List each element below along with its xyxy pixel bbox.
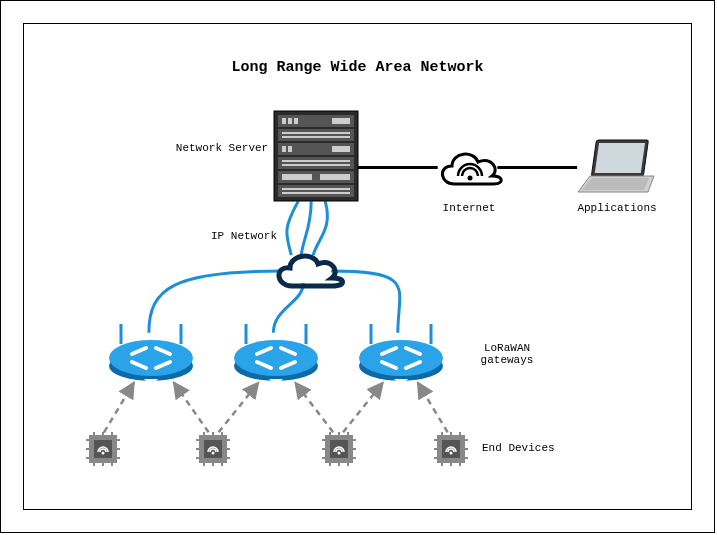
laptop-icon [572, 136, 662, 201]
svg-rect-12 [278, 157, 354, 169]
network-server-label: Network Server [172, 142, 272, 154]
svg-point-38 [109, 340, 193, 376]
gateway-2-icon [231, 324, 321, 391]
svg-rect-10 [278, 129, 354, 141]
svg-rect-29 [282, 192, 350, 194]
svg-rect-28 [282, 188, 350, 190]
svg-marker-43 [144, 379, 158, 386]
diagram-title: Long Range Wide Area Network [24, 59, 691, 76]
svg-point-94 [338, 452, 341, 455]
svg-rect-16 [288, 118, 292, 124]
end-device-4-icon [434, 432, 468, 471]
ip-network-label: IP Network [204, 230, 284, 242]
svg-rect-21 [282, 146, 286, 152]
end-device-3-icon [322, 432, 356, 471]
svg-point-64 [102, 452, 105, 455]
ip-network-icon [270, 246, 346, 297]
gateway-1-icon [106, 324, 196, 391]
svg-marker-61 [394, 379, 408, 386]
svg-rect-17 [294, 118, 298, 124]
svg-rect-19 [282, 132, 350, 134]
svg-rect-26 [282, 174, 312, 180]
svg-rect-20 [282, 136, 350, 138]
svg-point-47 [234, 340, 318, 376]
connections-layer [24, 24, 691, 509]
svg-rect-14 [278, 185, 354, 197]
svg-point-30 [468, 176, 473, 181]
svg-marker-52 [269, 379, 283, 386]
network-server-icon [272, 109, 360, 204]
diagram-frame: Long Range Wide Area Network [0, 0, 715, 533]
svg-rect-18 [332, 118, 350, 124]
svg-rect-24 [282, 160, 350, 162]
applications-label: Applications [572, 202, 662, 214]
svg-rect-32 [595, 143, 645, 173]
svg-rect-22 [288, 146, 292, 152]
svg-rect-27 [320, 174, 350, 180]
internet-label: Internet [439, 202, 499, 214]
svg-point-109 [450, 452, 453, 455]
svg-marker-34 [582, 178, 649, 190]
svg-point-79 [212, 452, 215, 455]
svg-rect-23 [332, 146, 350, 152]
end-device-1-icon [86, 432, 120, 471]
internet-icon [434, 142, 506, 199]
end-devices-label: End Devices [482, 442, 572, 454]
svg-rect-15 [282, 118, 286, 124]
gateway-3-icon [356, 324, 446, 391]
gateways-label: LoRaWAN gateways [472, 342, 542, 366]
diagram-canvas: Long Range Wide Area Network [23, 23, 692, 510]
svg-rect-25 [282, 164, 350, 166]
svg-point-56 [359, 340, 443, 376]
end-device-2-icon [196, 432, 230, 471]
